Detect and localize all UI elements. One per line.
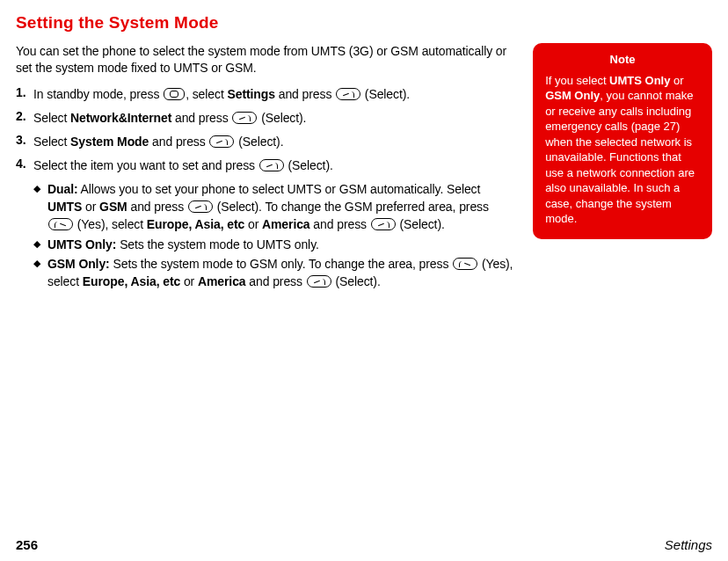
sidebar: Note If you select UMTS Only or GSM Only… — [533, 43, 712, 293]
center-button-icon — [164, 88, 185, 100]
text: or — [82, 200, 99, 214]
text: (Select). To change the GSM preferred ar… — [214, 200, 489, 214]
text: , you cannot make or receive any calls i… — [545, 89, 695, 225]
bold-text: Dual: — [47, 182, 78, 196]
text: and press — [149, 135, 208, 149]
text: Sets the system mode to UMTS only. — [116, 237, 318, 251]
bullet-dual: ◆ Dual: Allows you to set your phone to … — [33, 180, 513, 234]
bold-text: Network&Internet — [70, 111, 171, 125]
text: and press — [246, 274, 306, 288]
left-softkey-icon — [307, 275, 331, 288]
bold-text: America — [262, 217, 310, 231]
left-softkey-icon — [232, 112, 257, 124]
text: and press — [310, 217, 370, 231]
text: Allows you to set your phone to select U… — [78, 182, 481, 196]
text: Sets the system mode to GSM only. To cha… — [110, 257, 452, 271]
bullet-text: Dual: Allows you to set your phone to se… — [47, 180, 513, 234]
text: or — [180, 274, 198, 288]
step-2: 2. Select Network&Internet and press (Se… — [16, 109, 513, 128]
bullet-text: UMTS Only: Sets the system mode to UMTS … — [47, 236, 319, 253]
note-body: If you select UMTS Only or GSM Only, you… — [545, 73, 700, 227]
footer: 256 Settings — [16, 537, 712, 552]
bullet-list: ◆ Dual: Allows you to set your phone to … — [33, 180, 513, 291]
note-title: Note — [545, 52, 700, 68]
bold-text: UMTS Only — [609, 74, 670, 87]
text: (Select). — [361, 87, 410, 101]
bold-text: America — [198, 274, 246, 288]
step-3: 3. Select System Mode and press (Select)… — [16, 133, 513, 151]
bullet-gsm-only: ◆ GSM Only: Sets the system mode to GSM … — [33, 255, 513, 291]
text: , select — [186, 87, 227, 101]
bold-text: UMTS — [47, 200, 82, 214]
diamond-icon: ◆ — [33, 236, 47, 250]
bold-text: GSM — [99, 200, 127, 214]
step-text: Select Network&Internet and press (Selec… — [33, 109, 306, 128]
bold-text: System Mode — [70, 135, 149, 149]
bold-text: Europe, Asia, etc — [83, 274, 180, 288]
bullet-text: GSM Only: Sets the system mode to GSM on… — [47, 255, 513, 291]
bold-text: UMTS Only: — [47, 237, 116, 251]
bold-text: Europe, Asia, etc — [147, 217, 244, 231]
bold-text: Settings — [227, 87, 274, 101]
text: (Select). — [258, 111, 306, 125]
left-softkey-icon — [209, 135, 234, 148]
step-1: 1. In standby mode, press , select Setti… — [16, 85, 513, 104]
bold-text: GSM Only: — [47, 257, 110, 271]
bullet-umts-only: ◆ UMTS Only: Sets the system mode to UMT… — [33, 236, 513, 253]
page-number: 256 — [16, 537, 38, 552]
intro-text: You can set the phone to select the syst… — [16, 43, 508, 76]
text: (Select). — [285, 158, 333, 172]
page-title: Setting the System Mode — [16, 13, 712, 33]
section-name: Settings — [665, 537, 712, 552]
text: Select — [33, 111, 70, 125]
text: or — [670, 74, 683, 87]
bold-text: GSM Only — [545, 89, 600, 102]
step-number: 3. — [16, 133, 33, 147]
main-content: You can set the phone to select the syst… — [16, 43, 513, 293]
right-softkey-icon — [453, 258, 477, 270]
text: (Yes), select — [74, 217, 147, 231]
text: or — [244, 217, 262, 231]
step-text: Select the item you want to set and pres… — [33, 157, 333, 175]
text: and press — [275, 87, 335, 101]
diamond-icon: ◆ — [33, 255, 47, 269]
steps-list: 1. In standby mode, press , select Setti… — [16, 85, 513, 175]
text: (Select). — [332, 274, 381, 288]
left-softkey-icon — [259, 159, 284, 171]
step-text: In standby mode, press , select Settings… — [33, 85, 410, 104]
text: Select the item you want to set and pres… — [33, 158, 258, 172]
text: If you select — [545, 74, 609, 87]
text: and press — [127, 200, 187, 214]
step-text: Select System Mode and press (Select). — [33, 133, 283, 151]
diamond-icon: ◆ — [33, 180, 47, 194]
step-number: 2. — [16, 109, 33, 123]
left-softkey-icon — [371, 218, 396, 230]
step-4: 4. Select the item you want to set and p… — [16, 157, 513, 175]
step-number: 1. — [16, 85, 33, 99]
text: and press — [171, 111, 231, 125]
left-softkey-icon — [188, 200, 213, 213]
step-number: 4. — [16, 157, 33, 171]
text: In standby mode, press — [33, 87, 163, 101]
left-softkey-icon — [336, 88, 360, 100]
note-box: Note If you select UMTS Only or GSM Only… — [533, 43, 712, 239]
text: (Select). — [235, 135, 283, 149]
right-softkey-icon — [48, 218, 73, 230]
text: (Select). — [397, 217, 445, 231]
text: Select — [33, 135, 70, 149]
